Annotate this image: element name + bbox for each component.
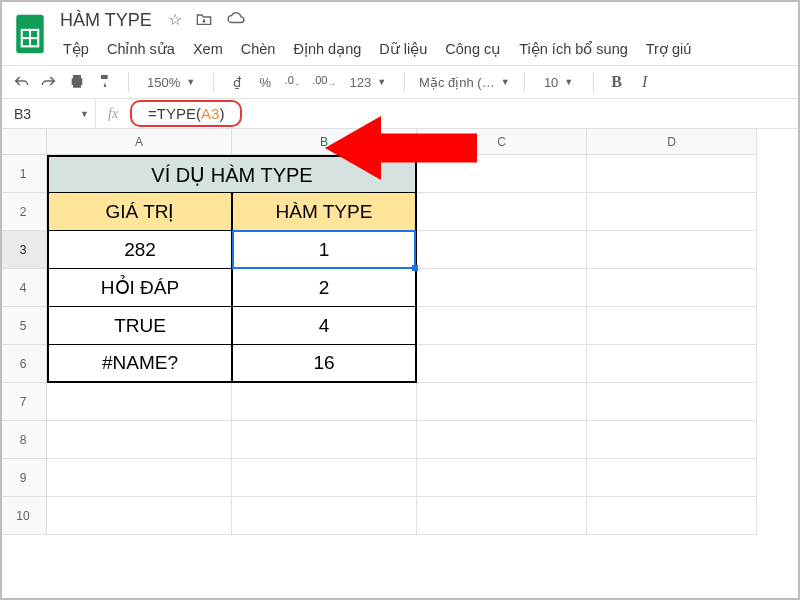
number-format-label: 123: [349, 75, 371, 90]
row-header-5[interactable]: 5: [0, 307, 47, 345]
cell-c2[interactable]: [417, 193, 587, 231]
cell-c5[interactable]: [417, 307, 587, 345]
cell-d5[interactable]: [587, 307, 757, 345]
cell-d7[interactable]: [587, 383, 757, 421]
cell-b10[interactable]: [232, 497, 417, 535]
cell-b2[interactable]: HÀM TYPE: [232, 193, 417, 231]
zoom-value: 150%: [147, 75, 180, 90]
menu-data[interactable]: Dữ liệu: [376, 39, 430, 59]
cell-c3[interactable]: [417, 231, 587, 269]
cell-d3[interactable]: [587, 231, 757, 269]
chevron-down-icon: ▼: [501, 77, 510, 87]
formula-text-prefix: =TYPE(: [148, 105, 201, 122]
menu-format[interactable]: Định dạng: [290, 39, 364, 59]
name-box[interactable]: B3 ▼: [0, 106, 95, 122]
formula-cell-ref: A3: [201, 105, 219, 122]
cell-a6[interactable]: #NAME?: [47, 345, 232, 383]
increase-decimal-button[interactable]: .00→: [312, 74, 335, 89]
chevron-down-icon: ▼: [80, 109, 89, 119]
cell-c9[interactable]: [417, 459, 587, 497]
chevron-down-icon: ▼: [377, 77, 386, 87]
cell-d10[interactable]: [587, 497, 757, 535]
cell-c4[interactable]: [417, 269, 587, 307]
format-percent-button[interactable]: %: [256, 75, 274, 90]
menu-file[interactable]: Tệp: [60, 39, 92, 59]
bold-button[interactable]: B: [608, 73, 626, 91]
menu-edit[interactable]: Chỉnh sửa: [104, 39, 178, 59]
document-title[interactable]: HÀM TYPE: [56, 8, 156, 33]
spreadsheet-grid[interactable]: A B C D 1 VÍ DỤ HÀM TYPE 2 GIÁ TRỊ HÀM T…: [0, 129, 800, 535]
font-family-label: Mặc định (…: [419, 75, 495, 90]
menu-insert[interactable]: Chèn: [238, 39, 279, 59]
name-box-value: B3: [14, 106, 31, 122]
row-header-9[interactable]: 9: [0, 459, 47, 497]
formula-input[interactable]: =TYPE(A3): [130, 100, 242, 127]
row-header-4[interactable]: 4: [0, 269, 47, 307]
font-family-dropdown[interactable]: Mặc định (… ▼: [419, 75, 510, 90]
cell-d2[interactable]: [587, 193, 757, 231]
font-size-dropdown[interactable]: 10 ▼: [539, 75, 579, 90]
menu-view[interactable]: Xem: [190, 39, 226, 59]
number-format-dropdown[interactable]: 123 ▼: [345, 75, 390, 90]
cell-a4[interactable]: HỎI ĐÁP: [47, 269, 232, 307]
cell-c10[interactable]: [417, 497, 587, 535]
column-header-d[interactable]: D: [587, 129, 757, 155]
chevron-down-icon: ▼: [186, 77, 195, 87]
cell-a2[interactable]: GIÁ TRỊ: [47, 193, 232, 231]
cell-c8[interactable]: [417, 421, 587, 459]
cell-a10[interactable]: [47, 497, 232, 535]
select-all-corner[interactable]: [0, 129, 47, 155]
cell-a3[interactable]: 282: [47, 231, 232, 269]
menu-tools[interactable]: Công cụ: [442, 39, 504, 59]
italic-button[interactable]: I: [636, 73, 654, 91]
paint-format-button[interactable]: [96, 73, 114, 92]
cell-b5[interactable]: 4: [232, 307, 417, 345]
zoom-dropdown[interactable]: 150% ▼: [143, 75, 199, 90]
menu-bar: Tệp Chỉnh sửa Xem Chèn Định dạng Dữ liệu…: [56, 33, 790, 65]
move-icon[interactable]: [196, 12, 212, 29]
format-currency-button[interactable]: ₫: [228, 75, 246, 90]
cell-a9[interactable]: [47, 459, 232, 497]
row-header-3[interactable]: 3: [0, 231, 47, 269]
cell-b9[interactable]: [232, 459, 417, 497]
decrease-decimal-button[interactable]: .0←: [284, 74, 302, 89]
column-header-c[interactable]: C: [417, 129, 587, 155]
chevron-down-icon: ▼: [564, 77, 573, 87]
column-header-a[interactable]: A: [47, 129, 232, 155]
sheets-logo-icon[interactable]: [10, 8, 50, 60]
cell-a5[interactable]: TRUE: [47, 307, 232, 345]
formula-text-suffix: ): [219, 105, 224, 122]
cell-a7[interactable]: [47, 383, 232, 421]
cell-b7[interactable]: [232, 383, 417, 421]
cell-b6[interactable]: 16: [232, 345, 417, 383]
cell-b3[interactable]: 1: [232, 231, 417, 269]
cell-d4[interactable]: [587, 269, 757, 307]
row-header-6[interactable]: 6: [0, 345, 47, 383]
undo-button[interactable]: [12, 74, 30, 91]
font-size-value: 10: [544, 75, 558, 90]
cell-b8[interactable]: [232, 421, 417, 459]
redo-button[interactable]: [40, 74, 58, 91]
row-header-1[interactable]: 1: [0, 155, 47, 193]
row-header-7[interactable]: 7: [0, 383, 47, 421]
cell-d1[interactable]: [587, 155, 757, 193]
cell-a8[interactable]: [47, 421, 232, 459]
print-button[interactable]: [68, 73, 86, 92]
cell-d9[interactable]: [587, 459, 757, 497]
menu-help[interactable]: Trợ giú: [643, 39, 695, 59]
cell-d8[interactable]: [587, 421, 757, 459]
cell-c1[interactable]: [417, 155, 587, 193]
menu-addons[interactable]: Tiện ích bổ sung: [516, 39, 631, 59]
cell-c7[interactable]: [417, 383, 587, 421]
star-icon[interactable]: ☆: [168, 12, 182, 29]
row-header-8[interactable]: 8: [0, 421, 47, 459]
cell-a1[interactable]: VÍ DỤ HÀM TYPE: [47, 155, 417, 193]
cloud-status-icon[interactable]: [226, 12, 246, 29]
toolbar: 150% ▼ ₫ % .0← .00→ 123 ▼ Mặc định (… ▼ …: [0, 65, 800, 99]
cell-d6[interactable]: [587, 345, 757, 383]
row-header-2[interactable]: 2: [0, 193, 47, 231]
row-header-10[interactable]: 10: [0, 497, 47, 535]
cell-c6[interactable]: [417, 345, 587, 383]
cell-b4[interactable]: 2: [232, 269, 417, 307]
column-header-b[interactable]: B: [232, 129, 417, 155]
